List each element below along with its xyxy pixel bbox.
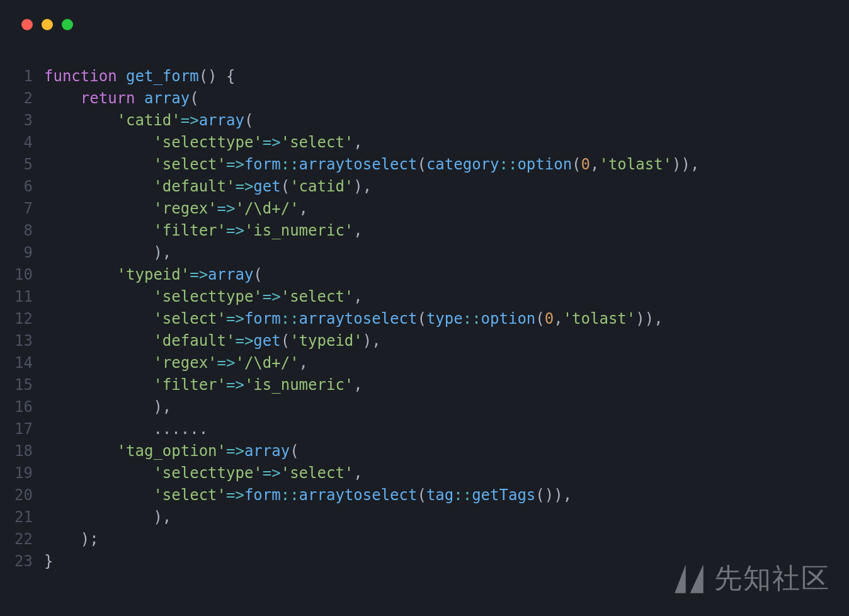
- line-content[interactable]: 'select'=>form::arraytoselect(tag::getTa…: [44, 484, 572, 506]
- token-plain: [44, 89, 81, 107]
- line-content[interactable]: }: [44, 550, 53, 573]
- token-kw: function: [44, 67, 126, 85]
- line-content[interactable]: ),: [44, 506, 171, 528]
- token-plain: [44, 310, 153, 328]
- code-line[interactable]: 11 'selecttype'=>'select',: [0, 286, 849, 308]
- line-number: 21: [0, 506, 44, 528]
- code-line[interactable]: 21 ),: [0, 506, 849, 528]
- line-content[interactable]: 'select'=>form::arraytoselect(type::opti…: [44, 308, 663, 330]
- line-number: 23: [0, 550, 44, 573]
- token-str: '/\d+/': [235, 354, 299, 372]
- code-line[interactable]: 2 return array(: [0, 88, 849, 110]
- token-op: =>: [226, 376, 244, 394]
- code-line[interactable]: 19 'selecttype'=>'select',: [0, 462, 849, 484]
- code-line[interactable]: 12 'select'=>form::arraytoselect(type::o…: [0, 308, 849, 330]
- close-icon[interactable]: [21, 19, 33, 30]
- code-window: 1function get_form() {2 return array(3 '…: [0, 0, 849, 616]
- code-line[interactable]: 17 ......: [0, 418, 849, 440]
- code-line[interactable]: 8 'filter'=>'is_numeric',: [0, 220, 849, 242]
- token-punct: (: [244, 111, 253, 129]
- line-content[interactable]: 'default'=>get('typeid'),: [44, 330, 381, 352]
- token-punct: ,: [353, 134, 362, 151]
- code-line[interactable]: 14 'regex'=>'/\d+/',: [0, 352, 849, 374]
- token-fn: get: [253, 178, 280, 195]
- code-line[interactable]: 5 'select'=>form::arraytoselect(category…: [0, 154, 849, 176]
- minimize-icon[interactable]: [42, 19, 53, 30]
- code-line[interactable]: 3 'catid'=>array(: [0, 110, 849, 132]
- token-str: 'selecttype': [153, 464, 262, 482]
- token-plain: [44, 332, 153, 350]
- token-plain: [44, 398, 153, 416]
- token-str: 'regex': [153, 200, 217, 217]
- line-content[interactable]: 'filter'=>'is_numeric',: [44, 220, 363, 242]
- line-content[interactable]: 'selecttype'=>'select',: [44, 462, 363, 484]
- token-str: 'catid': [117, 111, 181, 129]
- line-content[interactable]: 'default'=>get('catid'),: [44, 176, 372, 198]
- token-op: =>: [181, 111, 199, 129]
- token-plain: [44, 442, 117, 460]
- line-content[interactable]: ),: [44, 242, 171, 264]
- code-line[interactable]: 6 'default'=>get('catid'),: [0, 176, 849, 198]
- code-line[interactable]: 13 'default'=>get('typeid'),: [0, 330, 849, 352]
- token-str: 'select': [281, 464, 354, 482]
- line-number: 17: [0, 418, 44, 440]
- token-op: =>: [235, 178, 253, 195]
- code-editor[interactable]: 1function get_form() {2 return array(3 '…: [0, 15, 849, 573]
- line-content[interactable]: ),: [44, 396, 171, 418]
- line-content[interactable]: );: [44, 528, 99, 550]
- token-punct: ),: [153, 508, 171, 526]
- token-num: 0: [581, 156, 590, 173]
- token-str: 'selecttype': [153, 134, 262, 151]
- code-line[interactable]: 15 'filter'=>'is_numeric',: [0, 374, 849, 396]
- line-content[interactable]: 'regex'=>'/\d+/',: [44, 352, 308, 374]
- line-content[interactable]: function get_form() {: [44, 66, 235, 88]
- code-line[interactable]: 10 'typeid'=>array(: [0, 264, 849, 286]
- token-fn: option: [481, 310, 536, 328]
- token-plain: [44, 111, 117, 129]
- token-punct: (: [417, 310, 426, 328]
- code-line[interactable]: 16 ),: [0, 396, 849, 418]
- token-str: 'default': [153, 178, 235, 195]
- token-plain: [44, 222, 153, 239]
- line-content[interactable]: 'typeid'=>array(: [44, 264, 263, 286]
- line-content[interactable]: return array(: [44, 88, 199, 110]
- token-kw: return: [81, 89, 144, 107]
- token-op: =>: [226, 310, 244, 328]
- code-line[interactable]: 7 'regex'=>'/\d+/',: [0, 198, 849, 220]
- code-line[interactable]: 20 'select'=>form::arraytoselect(tag::ge…: [0, 484, 849, 506]
- line-number: 4: [0, 132, 44, 154]
- code-line[interactable]: 1function get_form() {: [0, 66, 849, 88]
- token-plain: [44, 530, 81, 548]
- code-line[interactable]: 18 'tag_option'=>array(: [0, 440, 849, 462]
- token-plain: [44, 266, 117, 283]
- token-fn: array: [244, 442, 290, 460]
- line-content[interactable]: ......: [44, 418, 208, 440]
- token-str: 'select': [153, 310, 226, 328]
- code-line[interactable]: 22 );: [0, 528, 849, 550]
- code-line[interactable]: 9 ),: [0, 242, 849, 264]
- line-content[interactable]: 'filter'=>'is_numeric',: [44, 374, 363, 396]
- line-content[interactable]: 'select'=>form::arraytoselect(category::…: [44, 154, 699, 176]
- line-content[interactable]: 'selecttype'=>'select',: [44, 286, 363, 308]
- token-plain: [44, 486, 153, 504]
- token-fn: get: [253, 332, 280, 350]
- token-str: 'filter': [153, 376, 226, 394]
- token-op: =>: [226, 486, 244, 504]
- token-op: =>: [263, 134, 281, 151]
- token-op: =>: [217, 354, 236, 372]
- code-line[interactable]: 4 'selecttype'=>'select',: [0, 132, 849, 154]
- token-op: =>: [263, 464, 281, 482]
- line-content[interactable]: 'tag_option'=>array(: [44, 440, 299, 462]
- line-content[interactable]: 'selecttype'=>'select',: [44, 132, 363, 154]
- token-punct: ,: [299, 354, 308, 372]
- line-content[interactable]: 'regex'=>'/\d+/',: [44, 198, 308, 220]
- token-str: 'catid': [290, 178, 353, 195]
- svg-marker-1: [690, 564, 704, 593]
- token-fn: array: [199, 111, 244, 129]
- token-op: =>: [226, 156, 244, 173]
- line-number: 3: [0, 110, 44, 132]
- token-op: =>: [263, 288, 281, 305]
- token-str: 'is_numeric': [244, 376, 353, 394]
- line-content[interactable]: 'catid'=>array(: [44, 110, 253, 132]
- zoom-icon[interactable]: [62, 19, 73, 30]
